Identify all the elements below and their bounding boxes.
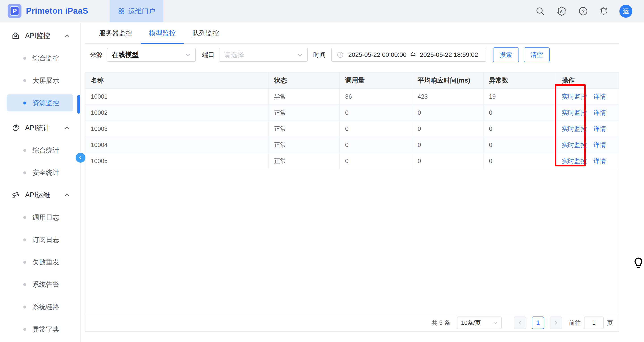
table-row: 10002 正常 0 0 0 实时监控详情 xyxy=(86,105,619,121)
portal-tab-ops[interactable]: 运维门户 xyxy=(110,0,163,22)
realtime-monitor-link[interactable]: 实时监控 xyxy=(562,125,587,132)
bullet-icon xyxy=(23,57,26,60)
detail-link[interactable]: 详情 xyxy=(594,141,606,148)
portal-tab-label: 运维门户 xyxy=(128,7,155,16)
app-title: Primeton iPaaS xyxy=(26,6,88,16)
tab-model-monitor[interactable]: 模型监控 xyxy=(149,23,176,44)
sidebar-item-label: 安全统计 xyxy=(32,168,59,177)
sidebar-item-label: 综合监控 xyxy=(32,54,59,63)
sidebar-item-failure-resend[interactable]: 失败重发 xyxy=(0,251,80,273)
sidebar-item-big-screen[interactable]: 大屏展示 xyxy=(0,69,80,92)
app-logo: P Primeton iPaaS xyxy=(8,4,88,18)
sidebar-item-label: 资源监控 xyxy=(32,98,59,108)
bullet-icon xyxy=(23,328,26,331)
detail-link[interactable]: 详情 xyxy=(594,109,606,116)
chevron-down-icon xyxy=(185,52,191,58)
goto-page-label: 前往 xyxy=(569,319,581,327)
sidebar-item-system-trace[interactable]: 系统链路 xyxy=(0,296,80,318)
cell-status: 正常 xyxy=(268,121,340,137)
page-size-value: 10条/页 xyxy=(461,319,481,327)
top-header: P Primeton iPaaS 运维门户 AI ? 运 xyxy=(0,0,644,22)
detail-link[interactable]: 详情 xyxy=(594,93,606,100)
cell-status: 正常 xyxy=(268,105,340,121)
surveillance-camera-icon xyxy=(12,191,20,199)
realtime-monitor-link[interactable]: 实时监控 xyxy=(562,158,587,164)
sidebar-item-system-alerts[interactable]: 系统告警 xyxy=(0,273,80,296)
page-size-select[interactable]: 10条/页 xyxy=(457,316,502,329)
help-icon[interactable]: ? xyxy=(578,6,588,16)
chevron-down-icon xyxy=(297,52,303,58)
cell-errors: 19 xyxy=(484,88,556,105)
column-header-name: 名称 xyxy=(86,72,268,88)
cell-name: 10003 xyxy=(86,121,268,137)
home-icon xyxy=(12,32,20,40)
bullet-icon xyxy=(23,149,26,152)
app-logo-letter: P xyxy=(10,6,19,16)
table-row: 10004 正常 0 0 0 实时监控详情 xyxy=(86,137,619,153)
sidebar-group-api-ops[interactable]: API运维 xyxy=(0,184,80,206)
sidebar-item-security-statistics[interactable]: 安全统计 xyxy=(0,162,80,184)
sidebar-item-label: 异常字典 xyxy=(32,325,59,334)
time-range-end: 2025-05-22 18:59:02 xyxy=(420,51,478,58)
sidebar-item-comprehensive-statistics[interactable]: 综合统计 xyxy=(0,139,80,162)
sidebar-item-comprehensive-monitor[interactable]: 综合监控 xyxy=(0,47,80,69)
goto-page-input[interactable] xyxy=(584,316,604,329)
model-monitor-table: 名称 状态 调用量 平均响应时间(ms) 异常数 操作 10001 异常 36 … xyxy=(86,72,619,169)
column-header-actions: 操作 xyxy=(556,72,619,88)
sidebar-group-label: API监控 xyxy=(25,31,50,40)
cell-name: 10001 xyxy=(86,88,268,105)
next-page-button[interactable] xyxy=(550,316,562,329)
sidebar-group-api-monitor[interactable]: API监控 xyxy=(0,24,80,47)
cell-calls: 0 xyxy=(340,137,412,153)
table-header-row: 名称 状态 调用量 平均响应时间(ms) 异常数 操作 xyxy=(86,72,619,88)
chevron-down-icon xyxy=(493,320,498,325)
previous-page-button[interactable] xyxy=(514,316,526,329)
sidebar-item-subscription-logs[interactable]: 订阅日志 xyxy=(0,228,80,251)
apps-grid-icon xyxy=(118,8,125,15)
ai-assistant-icon[interactable]: AI xyxy=(556,6,568,16)
search-icon[interactable] xyxy=(535,6,545,16)
sidebar-item-call-logs[interactable]: 调用日志 xyxy=(0,206,80,228)
clear-button[interactable]: 清空 xyxy=(524,48,550,62)
current-page-button[interactable]: 1 xyxy=(532,316,544,329)
svg-text:?: ? xyxy=(582,8,584,14)
sidebar-item-label: 调用日志 xyxy=(32,213,59,222)
search-button[interactable]: 搜索 xyxy=(493,48,519,62)
sidebar-item-label: 综合统计 xyxy=(32,146,59,155)
source-select-value: 在线模型 xyxy=(112,50,139,60)
port-select-placeholder: 请选择 xyxy=(224,50,244,60)
model-monitor-table-card: 名称 状态 调用量 平均响应时间(ms) 异常数 操作 10001 异常 36 … xyxy=(85,72,619,332)
monitor-tabs: 服务器监控 模型监控 队列监控 xyxy=(85,23,619,44)
cell-errors: 0 xyxy=(484,153,556,169)
column-header-calls: 调用量 xyxy=(340,72,412,88)
realtime-monitor-link[interactable]: 实时监控 xyxy=(562,109,587,116)
sidebar-item-resource-monitor-active[interactable]: 资源监控 xyxy=(7,94,73,112)
cell-errors: 0 xyxy=(484,121,556,137)
tab-queue-monitor[interactable]: 队列监控 xyxy=(192,23,219,44)
sidebar-collapse-button[interactable] xyxy=(76,153,86,162)
table-empty-space xyxy=(86,169,619,314)
realtime-monitor-link[interactable]: 实时监控 xyxy=(562,141,587,148)
realtime-monitor-link[interactable]: 实时监控 xyxy=(562,93,587,100)
time-range-picker[interactable]: 2025-05-22 00:00:00 至 2025-05-22 18:59:0… xyxy=(331,48,486,62)
sidebar-item-label: 订阅日志 xyxy=(32,235,59,244)
detail-link[interactable]: 详情 xyxy=(594,125,606,132)
source-select[interactable]: 在线模型 xyxy=(107,48,196,62)
cell-status: 正常 xyxy=(268,137,340,153)
lightbulb-helper-button[interactable] xyxy=(634,257,643,271)
tab-label: 服务器监控 xyxy=(99,29,132,38)
bullet-icon xyxy=(23,283,26,286)
tab-server-monitor[interactable]: 服务器监控 xyxy=(99,23,132,44)
port-filter-label: 端口 xyxy=(202,50,214,59)
notification-bell-icon[interactable] xyxy=(599,6,609,16)
sidebar-group-api-statistics[interactable]: API统计 xyxy=(0,117,80,139)
time-range-separator: 至 xyxy=(410,50,416,59)
port-select[interactable]: 请选择 xyxy=(219,48,308,62)
detail-link[interactable]: 详情 xyxy=(594,158,606,164)
user-avatar[interactable]: 运 xyxy=(620,5,632,18)
svg-text:AI: AI xyxy=(560,10,564,14)
chevron-left-icon xyxy=(78,156,83,160)
sidebar-item-exception-dictionary[interactable]: 异常字典 xyxy=(0,318,80,340)
tab-label: 模型监控 xyxy=(149,29,176,38)
sidebar-scrollbar-thumb[interactable] xyxy=(78,95,80,114)
